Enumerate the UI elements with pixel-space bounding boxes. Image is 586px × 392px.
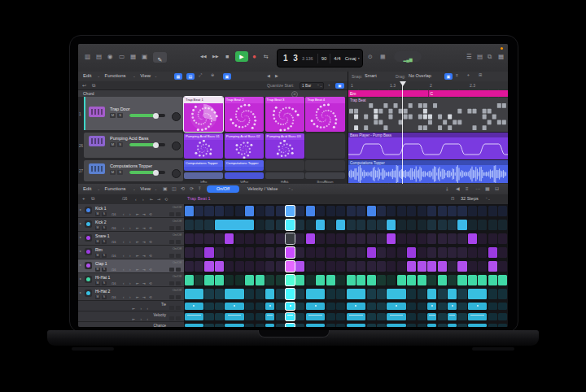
row-rate-select[interactable]: /16 [112, 268, 116, 272]
row-option-button[interactable] [176, 316, 181, 320]
step-cell-off[interactable] [235, 247, 244, 258]
step-cell-off[interactable] [336, 275, 345, 285]
step-cell-on[interactable] [367, 275, 376, 285]
step-cell-off[interactable] [478, 233, 487, 244]
step-cell-off[interactable] [256, 247, 265, 258]
step-cell-off[interactable] [498, 261, 507, 272]
step-cell-off[interactable] [225, 261, 234, 272]
step-cell-off[interactable] [204, 324, 213, 328]
step-cell-off[interactable] [295, 303, 304, 310]
step-cell-off[interactable] [448, 233, 457, 244]
solo-button[interactable]: S [117, 113, 123, 118]
step-cell-off[interactable] [204, 206, 213, 216]
step-cell-off[interactable] [498, 206, 507, 216]
step-cell-off[interactable] [256, 303, 265, 310]
step-cell-on[interactable] [407, 275, 416, 285]
row-name[interactable]: Snare 1 [95, 233, 110, 238]
step-cell-on[interactable] [347, 275, 356, 285]
step-cell-off[interactable] [336, 261, 345, 272]
cell-view-icon[interactable]: ▤ [186, 73, 195, 80]
step-cell-on[interactable] [448, 289, 457, 299]
step-cell-on[interactable] [448, 303, 457, 310]
sequencer-menu-functions[interactable]: Functions [105, 186, 126, 191]
row-control-icon[interactable]: › [129, 226, 131, 230]
step-cell-off[interactable] [215, 324, 224, 328]
grid-view-icon[interactable]: ▦ [174, 73, 182, 80]
step-cell-off[interactable] [256, 289, 265, 299]
step-cell-off[interactable] [276, 313, 285, 320]
rewind-mini-icon[interactable]: ◀ [456, 186, 460, 191]
live-loops-menu-functions[interactable]: Functions [105, 73, 126, 78]
row-name[interactable]: Kick 2 [95, 220, 107, 224]
step-cell-off[interactable] [295, 324, 304, 328]
step-cell-on[interactable] [468, 289, 487, 299]
sequencer-menu-edit[interactable]: Edit [83, 186, 91, 191]
track-header-pumping-acid-bass[interactable]: Pumping Acid BassMS [84, 133, 183, 158]
step-cell-on[interactable] [498, 275, 507, 285]
tuner-icon[interactable]: ⊙ [368, 54, 373, 59]
step-cell-off[interactable] [204, 303, 213, 310]
step-cell-off[interactable] [245, 289, 254, 299]
step-cell-off[interactable] [478, 247, 487, 258]
record-button[interactable]: ● [252, 53, 256, 60]
step-cell-on[interactable] [306, 289, 325, 299]
step-cell-on[interactable] [306, 206, 315, 216]
midi-region[interactable]: Bass Player - Pump Bass [348, 133, 508, 160]
step-cell-off[interactable] [245, 303, 254, 310]
step-cell-off[interactable] [457, 206, 466, 216]
loop-cell[interactable]: Trap Beat 3 [265, 97, 304, 132]
step-cell-off[interactable] [347, 247, 356, 258]
step-cell-off[interactable] [306, 220, 315, 230]
drag-select[interactable]: No Overlap [409, 73, 431, 78]
step-cell-off[interactable] [265, 247, 274, 258]
row-mute-button[interactable]: M [95, 295, 100, 299]
step-cell-off[interactable] [407, 324, 416, 328]
step-cell-off[interactable] [457, 247, 466, 258]
step-cell-off[interactable] [185, 261, 194, 272]
row-control-icon[interactable]: ‹ [123, 295, 125, 299]
row-option-button[interactable] [169, 316, 174, 320]
row-control-icon[interactable]: › [129, 281, 131, 285]
cycle-button[interactable]: ⇆ [264, 54, 269, 60]
row-header-velocity[interactable]: Velocity‹›⇤ [78, 311, 184, 322]
step-cell-off[interactable] [457, 289, 466, 299]
step-cell-on[interactable] [457, 275, 466, 285]
pan-knob[interactable] [172, 112, 181, 121]
row-control-icon[interactable]: ⇤ [136, 240, 139, 244]
step-cell-on[interactable] [438, 275, 447, 285]
step-cell-off[interactable] [286, 233, 295, 244]
rate-select[interactable]: /16 [122, 197, 127, 201]
step-cell-off[interactable] [387, 261, 396, 272]
step-cell-on[interactable] [286, 220, 295, 230]
undo-icon[interactable]: ⟲ [181, 186, 185, 191]
row-control-icon[interactable]: ⇤ [136, 212, 139, 216]
step-cell-on[interactable] [286, 313, 295, 320]
edit-mode-select[interactable]: Velocity / Value [247, 186, 278, 191]
step-cell-off[interactable] [427, 275, 436, 285]
step-cell-off[interactable] [215, 233, 224, 244]
step-cell-off[interactable] [336, 289, 345, 299]
step-cell-off[interactable] [498, 247, 507, 258]
step-cell-off[interactable] [448, 206, 457, 216]
step-cell-off[interactable] [295, 313, 304, 320]
step-cell-on[interactable] [286, 303, 295, 310]
empty-cell[interactable] [305, 160, 344, 171]
step-cell-off[interactable] [235, 275, 244, 285]
row-header-chance[interactable]: Chance‹›⇤ [78, 322, 184, 327]
step-cell-on[interactable] [387, 289, 405, 299]
step-cell-off[interactable] [265, 233, 274, 244]
row-name[interactable]: Hi-Hat 2 [95, 289, 110, 294]
volume-slider[interactable] [129, 171, 165, 174]
import-icon[interactable]: ⤒ [199, 186, 201, 191]
step-cell-on[interactable] [427, 324, 436, 327]
step-cell-off[interactable] [276, 233, 285, 244]
stop-button[interactable]: ■ [225, 54, 229, 59]
disclosure-triangle-icon[interactable]: ▸ [80, 277, 81, 281]
step-cell-off[interactable] [377, 275, 386, 285]
mute-button[interactable]: M [110, 113, 116, 118]
step-cell-on[interactable] [347, 324, 365, 327]
scene-trigger-breakdown[interactable]: ⌃ [305, 172, 344, 179]
step-cell-off[interactable] [356, 261, 365, 272]
list-editors-icon[interactable]: ☰ [466, 54, 472, 60]
disclosure-triangle-icon[interactable]: ▸ [80, 221, 81, 225]
